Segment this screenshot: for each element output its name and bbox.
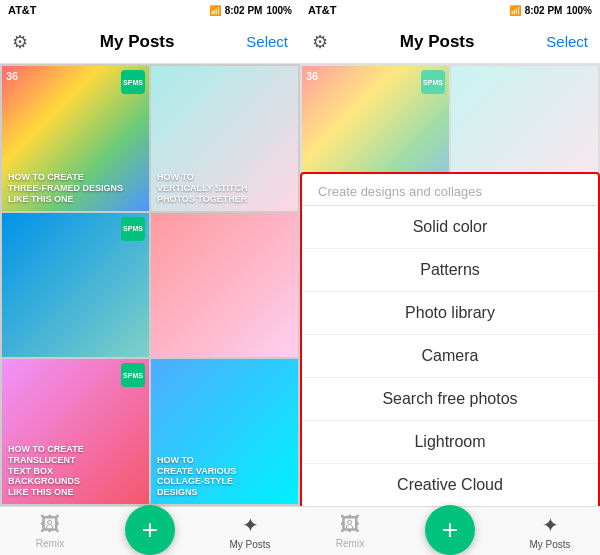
page-title-left: My Posts — [100, 32, 175, 52]
time-right: 8:02 PM — [525, 5, 563, 16]
nav-bar-left: ⚙ My Posts Select — [0, 20, 300, 64]
battery-left: 100% — [266, 5, 292, 16]
dropdown-header: Create designs and collages — [302, 174, 598, 206]
tab-remix-left[interactable]: 🖼 Remix — [0, 513, 100, 549]
myposts-icon-left: ✦ — [242, 513, 259, 537]
posts-grid-left: 36 SPMS How to createTHREE-FRAMED DESIGN… — [0, 64, 300, 506]
tab-myposts-label-right: My Posts — [529, 539, 570, 550]
tile-badge-3: SPMS — [121, 217, 145, 241]
remix-icon-right: 🖼 — [340, 513, 360, 536]
battery-right: 100% — [566, 5, 592, 16]
post-tile-4[interactable] — [151, 213, 298, 358]
wifi-icon-right: 📶 — [509, 5, 521, 16]
dropdown-item-photo-library[interactable]: Photo library — [302, 292, 598, 335]
dropdown-item-lightroom[interactable]: Lightroom — [302, 421, 598, 464]
tab-myposts-right[interactable]: ✦ My Posts — [500, 513, 600, 550]
dropdown-item-creative-cloud[interactable]: Creative Cloud — [302, 464, 598, 507]
fab-container-right: + — [400, 505, 500, 555]
post-tile-5[interactable]: SPMS How to createTRANSLUCENTTEXT BOXBAC… — [2, 359, 149, 504]
tile-text-6: How ToCreate VariousCOLLAGE-STYLEDESIGNS — [157, 455, 292, 498]
tile-text-2: How toVERTICALLY STITCHphotos together — [157, 172, 292, 204]
tile-badge-1: SPMS — [121, 70, 145, 94]
fab-button-right[interactable]: + — [425, 505, 475, 555]
tab-remix-label-right: Remix — [336, 538, 364, 549]
post-tile-1[interactable]: 36 SPMS How to createTHREE-FRAMED DESIGN… — [2, 66, 149, 211]
tab-bar-left: 🖼 Remix + ✦ My Posts — [0, 506, 300, 555]
carrier-right: AT&T — [308, 4, 337, 16]
right-panel: AT&T 📶 8:02 PM 100% ⚙ My Posts Select 36… — [300, 0, 600, 555]
wifi-icon-left: 📶 — [209, 5, 221, 16]
tab-bar-right: 🖼 Remix + ✦ My Posts — [300, 506, 600, 555]
status-bar-right: AT&T 📶 8:02 PM 100% — [300, 0, 600, 20]
select-button-right[interactable]: Select — [546, 33, 588, 50]
left-panel: AT&T 📶 8:02 PM 100% ⚙ My Posts Select 36… — [0, 0, 300, 555]
dropdown-menu: Create designs and collages Solid color … — [300, 172, 600, 555]
dropdown-item-solid-color[interactable]: Solid color — [302, 206, 598, 249]
tile-text-1: How to createTHREE-FRAMED DESIGNSlike th… — [8, 172, 143, 204]
myposts-icon-right: ✦ — [542, 513, 559, 537]
time-left: 8:02 PM — [225, 5, 263, 16]
dropdown-item-search-free-photos[interactable]: Search free photos — [302, 378, 598, 421]
tab-remix-label-left: Remix — [36, 538, 64, 549]
post-tile-6[interactable]: How ToCreate VariousCOLLAGE-STYLEDESIGNS — [151, 359, 298, 504]
status-icons-left: 📶 8:02 PM 100% — [209, 5, 292, 16]
nav-bar-right: ⚙ My Posts Select — [300, 20, 600, 64]
gear-icon-right[interactable]: ⚙ — [312, 31, 328, 53]
tile-text-5: How to createTRANSLUCENTTEXT BOXBACKGROU… — [8, 444, 143, 498]
tab-myposts-label-left: My Posts — [229, 539, 270, 550]
gear-icon-left[interactable]: ⚙ — [12, 31, 28, 53]
fab-button[interactable]: + — [125, 505, 175, 555]
tile-badge-5: SPMS — [121, 363, 145, 387]
select-button-left[interactable]: Select — [246, 33, 288, 50]
remix-icon-left: 🖼 — [40, 513, 60, 536]
status-bar-left: AT&T 📶 8:02 PM 100% — [0, 0, 300, 20]
page-title-right: My Posts — [400, 32, 475, 52]
dropdown-item-patterns[interactable]: Patterns — [302, 249, 598, 292]
tab-myposts-left[interactable]: ✦ My Posts — [200, 513, 300, 550]
status-icons-right: 📶 8:02 PM 100% — [509, 5, 592, 16]
fab-container: + — [100, 505, 200, 555]
tab-remix-right[interactable]: 🖼 Remix — [300, 513, 400, 549]
tile-num-1: 36 — [6, 70, 18, 82]
post-tile-3[interactable]: SPMS — [2, 213, 149, 358]
dropdown-item-camera[interactable]: Camera — [302, 335, 598, 378]
post-tile-2[interactable]: How toVERTICALLY STITCHphotos together — [151, 66, 298, 211]
carrier-left: AT&T — [8, 4, 37, 16]
